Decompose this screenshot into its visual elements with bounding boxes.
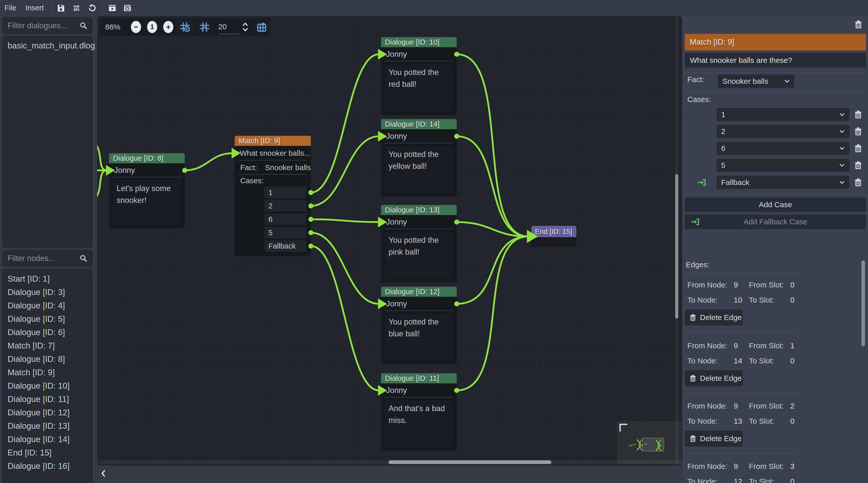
delete-case-fallback-button[interactable] [854, 178, 863, 187]
node-list-item-dialogue-6[interactable]: Dialogue [ID: 6] [2, 326, 93, 339]
node-header[interactable]: End [ID: 15] [531, 226, 576, 237]
node-speaker[interactable]: Jonny [381, 215, 457, 229]
menu-insert[interactable]: Insert [21, 0, 49, 16]
fact-dropdown[interactable]: Snooker balls [718, 75, 794, 88]
minimap-toggle-button[interactable] [254, 19, 270, 35]
graph-node-dialogue-8[interactable]: Dialogue [ID: 8] Jonny Let's play some s… [109, 153, 185, 229]
case-dropdown-1[interactable]: 1 [717, 108, 849, 121]
case-slot-5[interactable]: 5 [265, 227, 306, 239]
node-header[interactable]: Dialogue [ID: 10] [381, 37, 457, 47]
fallback-enter-icon [690, 217, 700, 227]
node-speaker[interactable]: Jonny [381, 297, 457, 311]
delete-edge-button-2[interactable]: Delete Edge [685, 370, 743, 386]
node-header[interactable]: Dialogue [ID: 14] [381, 119, 457, 129]
graph-node-dialogue-14[interactable]: Dialogue [ID: 14] Jonny You potted the y… [381, 119, 457, 197]
delete-node-button[interactable] [854, 20, 863, 29]
sync-translations-icon[interactable] [71, 3, 82, 13]
node-list-item-dialogue-16[interactable]: Dialogue [ID: 16] [2, 459, 93, 473]
node-list-item-dialogue-13[interactable]: Dialogue [ID: 13] [2, 419, 93, 432]
node-list-item-dialogue-10[interactable]: Dialogue [ID: 10] [2, 379, 93, 392]
graph-node-end-15[interactable]: End [ID: 15] [531, 226, 576, 247]
case-dropdown-5[interactable]: 5 [717, 159, 849, 172]
node-header[interactable]: Dialogue [ID: 8] [109, 153, 185, 163]
case-slot-2[interactable]: 2 [265, 200, 306, 212]
node-list-item-match-9[interactable]: Match [ID: 9] [2, 366, 93, 379]
filter-nodes-input[interactable] [2, 250, 78, 267]
snap-magnet-toggle-button[interactable] [196, 19, 213, 35]
menu-file[interactable]: File [0, 0, 21, 16]
to-node-label: To Node: [687, 296, 718, 304]
node-text[interactable]: And that's a bad miss. [385, 400, 453, 447]
node-header[interactable]: Dialogue [ID: 13] [381, 205, 457, 215]
fact-value[interactable]: Snooker balls [265, 163, 311, 172]
node-speaker[interactable]: Jonny [381, 383, 457, 397]
to-node-label: To Node: [687, 357, 718, 365]
zoom-reset-button[interactable]: 1 [147, 21, 157, 33]
node-list-item-start-1[interactable]: Start [ID: 1] [2, 272, 93, 285]
case-dropdown-6[interactable]: 6 [717, 142, 849, 155]
node-text[interactable]: You potted the yellow ball! [385, 146, 453, 193]
add-fallback-case-button[interactable]: Add Fallback Case [685, 214, 866, 229]
snap-step-input[interactable]: 20 [218, 20, 240, 34]
node-list-item-match-7[interactable]: Match [ID: 7] [2, 339, 93, 352]
node-header[interactable]: Match [ID: 9] [235, 136, 311, 146]
undo-icon[interactable] [87, 3, 97, 13]
node-list-item-dialogue-8[interactable]: Dialogue [ID: 8] [2, 352, 93, 366]
graph-node-dialogue-12[interactable]: Dialogue [ID: 12] Jonny You potted the b… [381, 287, 457, 364]
collapse-panel-button[interactable] [99, 467, 110, 480]
case-dropdown-fallback[interactable]: Fallback [717, 176, 849, 189]
case-slot-1[interactable]: 1 [265, 187, 306, 198]
graph-canvas[interactable]: 86% − 1 + 20 Dialogue [ID: 8] Jonny Let'… [97, 16, 682, 465]
graph-node-dialogue-11[interactable]: Dialogue [ID: 11] Jonny And that's a bad… [381, 373, 457, 451]
node-text[interactable]: You potted the pink ball! [385, 232, 453, 279]
node-text[interactable]: You potted the blue ball! [385, 314, 453, 360]
node-speaker[interactable]: Jonny [381, 47, 457, 61]
from-node-value: 9 [734, 402, 738, 410]
menu-separator-2 [102, 3, 102, 15]
play-dialogue-icon[interactable] [107, 3, 117, 13]
node-text[interactable]: You potted the red ball! [385, 64, 453, 111]
delete-case-2-button[interactable] [854, 127, 863, 136]
to-node-value: 13 [734, 417, 742, 425]
zoom-in-button[interactable]: + [163, 21, 173, 33]
node-list-item-dialogue-11[interactable]: Dialogue [ID: 11] [2, 392, 93, 406]
zoom-out-button[interactable]: − [131, 21, 141, 33]
match-question[interactable]: What snooker balls... [235, 146, 311, 160]
minimap-viewport[interactable] [642, 438, 664, 451]
canvas-hscroll-thumb[interactable] [389, 460, 551, 464]
case-dropdown-2[interactable]: 2 [717, 125, 849, 138]
graph-node-match-9[interactable]: Match [ID: 9] What snooker balls... Fact… [235, 136, 311, 256]
delete-case-6-button[interactable] [854, 144, 863, 153]
node-list-item-dialogue-4[interactable]: Dialogue [ID: 4] [2, 299, 93, 312]
dialogue-file-item[interactable]: basic_match_input.dlog [2, 39, 93, 52]
save-icon[interactable] [56, 3, 66, 13]
snap-step-spinner[interactable] [242, 22, 249, 33]
case-slot-6[interactable]: 6 [265, 213, 306, 225]
node-list-item-dialogue-3[interactable]: Dialogue [ID: 3] [2, 285, 93, 299]
delete-case-5-button[interactable] [854, 160, 863, 170]
node-speaker[interactable]: Jonny [109, 163, 185, 177]
snap-grid-toggle-button[interactable] [177, 19, 193, 35]
minimap-grabber-icon[interactable] [619, 424, 627, 431]
new-dialogue-box-icon[interactable] [122, 3, 132, 13]
node-text[interactable]: Let's play some snooker! [113, 180, 181, 225]
filter-dialogues-input[interactable] [2, 17, 78, 34]
node-speaker[interactable]: Jonny [381, 129, 457, 143]
node-header[interactable]: Dialogue [ID: 12] [381, 287, 457, 297]
graph-node-dialogue-10[interactable]: Dialogue [ID: 10] Jonny You potted the r… [381, 37, 457, 115]
node-list-item-dialogue-5[interactable]: Dialogue [ID: 5] [2, 312, 93, 326]
delete-edge-button-1[interactable]: Delete Edge [685, 309, 743, 326]
canvas-vscroll-thumb[interactable] [675, 174, 678, 319]
node-list-item-dialogue-12[interactable]: Dialogue [ID: 12] [2, 406, 93, 419]
node-header[interactable]: Dialogue [ID: 11] [381, 373, 457, 383]
graph-node-dialogue-13[interactable]: Dialogue [ID: 13] Jonny You potted the p… [381, 205, 457, 282]
node-list-item-end-15[interactable]: End [ID: 15] [2, 446, 93, 459]
case-slot-fallback[interactable]: Fallback [265, 240, 306, 252]
inspector-scrollbar-thumb[interactable] [862, 261, 865, 346]
delete-edge-button-3[interactable]: Delete Edge [685, 430, 743, 447]
minimap[interactable] [617, 421, 681, 464]
match-question-input[interactable] [685, 53, 866, 68]
delete-case-1-button[interactable] [854, 110, 863, 119]
node-list-item-dialogue-14[interactable]: Dialogue [ID: 14] [2, 432, 93, 446]
add-case-button[interactable]: Add Case [685, 197, 866, 212]
